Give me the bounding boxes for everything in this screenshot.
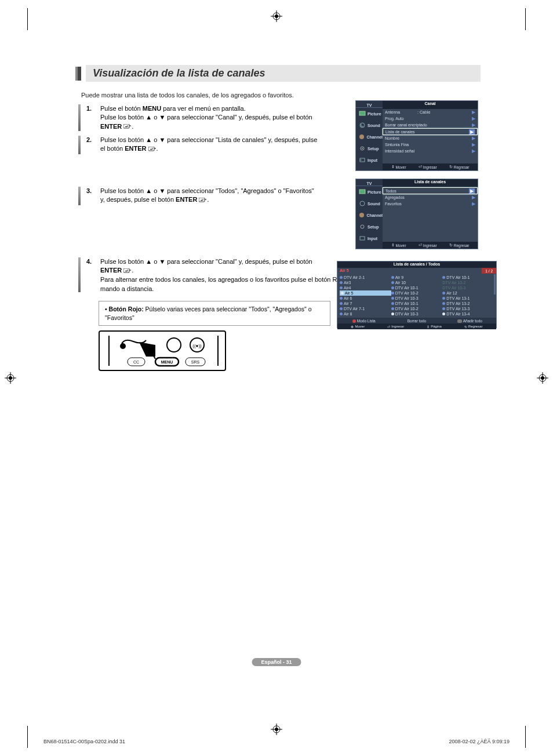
enter-icon: ⏎: [387, 325, 390, 329]
chevron-right-icon: ▶: [469, 129, 475, 135]
chevron-right-icon: ▶: [472, 110, 475, 115]
osd-row-lista-canales: Lista de canales▶: [383, 128, 478, 135]
list-item: DTV Air 13-2: [442, 301, 494, 306]
channel-col-3: DTV Air 10-1 DTV Air 10-2 DTV Air 10-3 A…: [442, 275, 494, 317]
chevron-right-icon: ▶: [472, 148, 475, 154]
enter-icon: [123, 122, 132, 131]
osd-footer-ingresar: ⏎Ingresar: [419, 243, 437, 248]
osd-sidebar-picture: Picture: [356, 108, 383, 119]
updown-icon: ⇕: [391, 165, 395, 169]
enter-icon: [148, 145, 157, 154]
list-item: DTV Air 10-1: [391, 301, 443, 306]
svg-point-38: [361, 225, 364, 228]
list-item-selected: Air 5: [340, 290, 391, 296]
osd-footer-mover: ⇕ Mover: [391, 243, 406, 248]
move-icon: ✥: [351, 325, 354, 329]
footer-ingresar: ⏎Ingresar: [387, 325, 404, 329]
step-number: 1.: [86, 104, 94, 131]
step-number: 4.: [86, 257, 94, 292]
print-footer: BN68-01514C-00Spa-0202.indd 31 2008-02-0…: [43, 739, 510, 744]
return-icon: ↻: [449, 243, 453, 248]
intro-text: Puede mostrar una lista de todos los can…: [81, 92, 294, 99]
svg-rect-35: [359, 190, 365, 194]
osd-sidebar-channel: Channel: [356, 209, 383, 221]
borrar-todo-button: Borrar todo: [390, 318, 443, 324]
svg-rect-29: [359, 111, 365, 115]
list-item: DTV Air 10-2: [391, 306, 443, 311]
step-accent-icon: [78, 187, 81, 205]
page-title: Visualización de la lista de canales: [93, 67, 265, 79]
list-item: Air 8: [340, 311, 391, 317]
list-item: Air3: [340, 280, 391, 285]
chevron-right-icon: ▶: [472, 195, 475, 200]
page-icon: ⇕: [427, 325, 430, 329]
osd-row-borrar: Borrar canal encriptado▶: [383, 122, 478, 128]
list-item: DTV Air 10-2: [391, 290, 443, 296]
list-item: DTV Air 10-1: [391, 285, 443, 290]
list-item: DTV Air 10-3: [442, 285, 494, 290]
chevron-right-icon: ▶: [472, 116, 475, 121]
chevron-right-icon: ▶: [472, 142, 475, 147]
osd-sidebar-input: Input: [356, 232, 383, 244]
title-accent-icon: [75, 67, 81, 81]
return-icon: ↻: [449, 165, 453, 169]
list-item: DTV Air 7-1: [340, 306, 391, 311]
osd-row-agregados: Agregados▶: [383, 194, 478, 201]
return-icon: ↻: [464, 325, 467, 329]
remote-cc-label: CC: [133, 360, 139, 364]
svg-rect-39: [360, 237, 365, 240]
chevron-right-icon: ▶: [472, 136, 475, 141]
osd-canal-menu: TV Picture Sound Channel Setup Input Can…: [355, 100, 478, 171]
crop-mark: [27, 8, 28, 30]
svg-point-37: [359, 213, 364, 217]
list-item: Air 12: [442, 290, 494, 296]
channel-list-title: Lista de canales / Todos: [337, 261, 496, 268]
list-item: Air 6: [340, 296, 391, 301]
red-dot-icon: [352, 319, 356, 323]
osd-sidebar-channel: Channel: [356, 131, 383, 143]
osd-sidebar-setup: Setup: [356, 143, 383, 154]
osd-row-sintonia: Sintonía Fina▶: [383, 141, 478, 148]
picture-icon: [358, 188, 366, 195]
page-indicator: 1 / 2: [482, 268, 496, 274]
osd-title: Canal: [383, 101, 478, 109]
step-text: Pulse los botón ▲ o ▼ para seleccionar "…: [100, 187, 368, 205]
svg-rect-17: [148, 147, 154, 151]
crop-mark: [525, 726, 526, 748]
osd-title: Lista de canales: [383, 179, 478, 187]
osd-sidebar-setup: Setup: [356, 221, 383, 232]
enter-icon: ⏎: [419, 243, 422, 248]
modo-lista-button: Modo Lista: [337, 318, 390, 324]
updown-icon: ⇕: [391, 243, 395, 248]
gear-icon: [358, 145, 366, 152]
step-text: Pulse el botón MENU para ver el menú en …: [100, 104, 368, 131]
step-accent-icon: [78, 136, 81, 154]
footer-regresar: ↻Regresar: [464, 325, 483, 329]
enter-icon: [123, 267, 132, 275]
list-item: DTV Air 13-1: [442, 296, 494, 301]
osd-lista-canales-menu: TV Picture Sound Channel Setup Input Lis…: [355, 179, 478, 249]
registration-mark-icon: [271, 724, 282, 735]
current-channel: Air 5: [337, 268, 351, 274]
osd-footer-regresar: ↻Regresar: [449, 165, 470, 169]
channel-icon: [358, 133, 365, 140]
osd-row-favoritos: Favoritos▶: [383, 201, 478, 207]
svg-text:((●)): ((●)): [192, 343, 202, 348]
osd-footer-regresar: ↻Regresar: [449, 243, 470, 248]
osd-row-antenna: Antenna: Cable▶: [383, 109, 478, 115]
channel-icon: [358, 212, 365, 219]
footer-mover: ✥Mover: [351, 325, 365, 329]
chevron-right-icon: ▶: [472, 201, 475, 206]
remote-srs-label: SRS: [191, 360, 200, 364]
svg-rect-19: [123, 268, 129, 272]
list-item: DTV Air 10-2: [442, 280, 494, 285]
section-title: Visualización de la lista de canales: [75, 65, 481, 82]
page-number: Español - 31: [252, 658, 301, 666]
svg-point-36: [360, 201, 365, 206]
input-icon: [358, 157, 366, 163]
print-date: 2008-02-02 ¿ÀÈÄ 9:09:19: [449, 739, 510, 744]
channel-list-panel: Lista de canales / Todos Air 5 1 / 2 DTV…: [337, 261, 497, 328]
svg-rect-16: [123, 124, 129, 128]
svg-point-23: [167, 338, 181, 352]
crop-mark: [525, 8, 526, 30]
